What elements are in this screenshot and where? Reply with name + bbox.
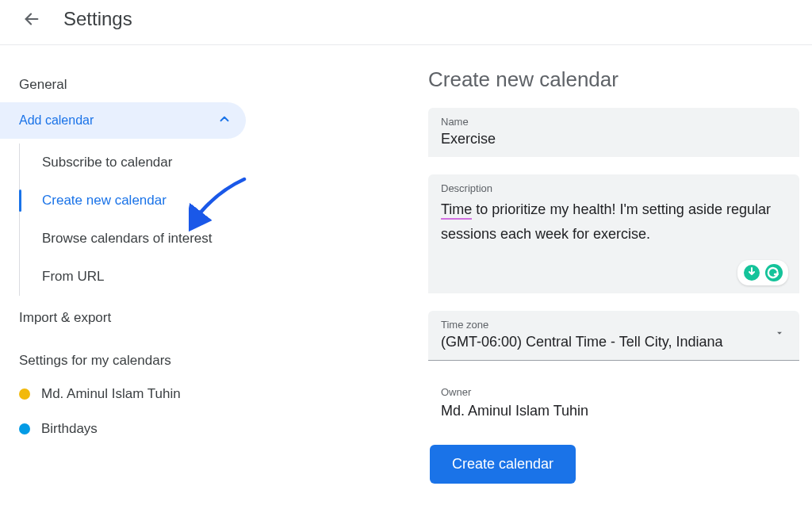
timezone-select[interactable]: Time zone (GMT-06:00) Central Time - Tel… [428,311,799,361]
grammarly-logo-icon [764,263,783,282]
sidebar-calendar-item[interactable]: Md. Aminul Islam Tuhin [0,377,262,411]
sidebar-item-from-url[interactable]: From URL [20,258,262,296]
description-textarea[interactable]: Time to prioritize my health! I'm settin… [441,197,787,246]
sidebar-item-general[interactable]: General [0,67,262,102]
main-panel: Create new calendar Name Description Tim… [262,67,812,484]
page-title: Settings [63,8,132,30]
sidebar-item-label: Birthdays [41,421,98,437]
calendar-color-dot [19,423,30,434]
sidebar-item-subscribe[interactable]: Subscribe to calendar [20,144,262,182]
timezone-value: (GMT-06:00) Central Time - Tell City, In… [441,334,774,350]
field-label: Name [441,116,787,128]
sidebar: General Add calendar Subscribe to calend… [0,67,262,484]
description-rest: to prioritize my health! I'm setting asi… [441,201,771,242]
field-label: Description [441,182,787,194]
chevron-up-icon [217,112,232,129]
owner-block: Owner Md. Aminul Islam Tuhin [428,378,799,429]
sidebar-item-create-new-calendar[interactable]: Create new calendar [20,182,262,220]
create-calendar-button[interactable]: Create calendar [430,445,576,484]
arrow-left-icon [23,10,40,28]
header-bar: Settings [0,0,812,45]
description-field-box[interactable]: Description Time to prioritize my health… [428,174,799,293]
spellcheck-underline: Time [441,201,472,220]
main-title: Create new calendar [428,67,799,92]
sidebar-calendar-item[interactable]: Birthdays [0,411,262,446]
field-label: Time zone [441,319,774,331]
grammarly-widget[interactable] [737,260,788,285]
back-arrow-button[interactable] [22,10,41,29]
sidebar-sub-list: Subscribe to calendar Create new calenda… [19,144,262,296]
sidebar-item-label: Md. Aminul Islam Tuhin [41,386,181,402]
sidebar-item-browse[interactable]: Browse calendars of interest [20,220,262,258]
name-input[interactable] [441,131,787,147]
field-label: Owner [441,386,787,398]
sidebar-item-label: Add calendar [19,113,94,128]
dropdown-caret-icon [774,327,787,342]
sidebar-section-title: Settings for my calendars [0,335,262,377]
content-wrap: General Add calendar Subscribe to calend… [0,45,812,484]
calendar-color-dot [19,388,30,400]
sidebar-item-import-export[interactable]: Import & export [0,300,262,335]
sidebar-item-add-calendar[interactable]: Add calendar [0,102,246,139]
owner-value: Md. Aminul Islam Tuhin [441,403,787,419]
name-field-box[interactable]: Name [428,108,799,157]
grammarly-tone-icon [742,263,761,282]
